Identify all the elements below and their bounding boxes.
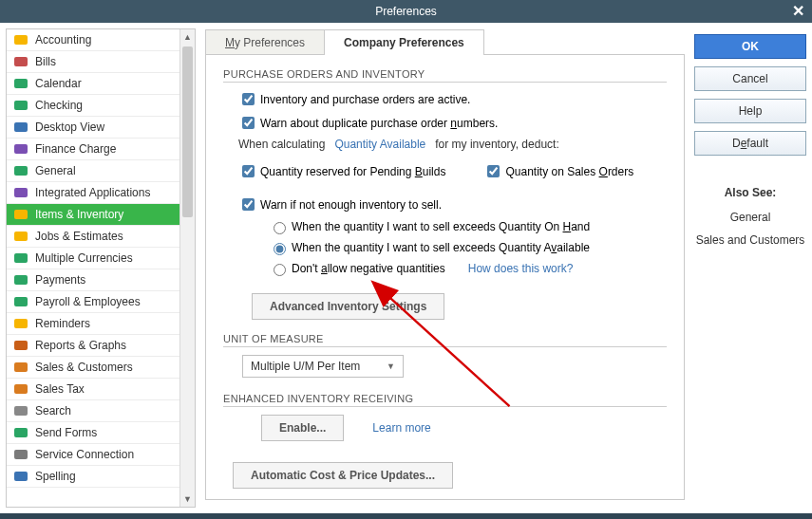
svg-rect-7 <box>14 188 28 197</box>
category-icon <box>12 381 29 397</box>
close-icon[interactable]: ✕ <box>792 0 804 23</box>
tab-my-preferences-key: M <box>225 36 235 49</box>
quantity-available-link[interactable]: Quantity Available <box>334 138 425 151</box>
sidebar-item[interactable]: Payments <box>7 269 195 291</box>
sidebar-item[interactable]: Desktop View <box>7 117 195 139</box>
category-icon <box>12 360 29 375</box>
svg-rect-3 <box>14 101 28 110</box>
uom-select[interactable]: Multiple U/M Per Item ▼ <box>242 355 404 378</box>
sidebar-scrollbar[interactable]: ▲ ▼ <box>179 29 195 507</box>
tabs: My Preferences Company Preferences <box>205 28 685 55</box>
qoh-u: H <box>563 220 572 233</box>
sidebar-item-label: Service Connection <box>35 448 134 461</box>
scroll-up-icon[interactable]: ▲ <box>180 29 195 45</box>
sidebar-item[interactable]: General <box>7 160 195 182</box>
sidebar-item[interactable]: Checking <box>7 95 195 117</box>
company-preferences-panel: PURCHASE ORDERS AND INVENTORY Inventory … <box>205 54 685 500</box>
default-button[interactable]: Default <box>694 131 806 156</box>
category-icon <box>12 250 29 266</box>
sidebar-item[interactable]: Reports & Graphs <box>7 335 195 357</box>
sidebar-item[interactable]: Jobs & Estimates <box>7 226 195 248</box>
right-button-panel: OK Cancel Help Default Also See: General… <box>694 28 806 508</box>
sidebar-item[interactable]: Sales & Customers <box>7 357 195 379</box>
checkbox-qty-pending-builds[interactable] <box>242 165 255 177</box>
radio-exceeds-qoh[interactable] <box>274 222 286 234</box>
sidebar-item-label: Payroll & Employees <box>35 295 141 308</box>
svg-rect-16 <box>14 384 28 394</box>
radio-no-negative[interactable] <box>274 264 286 276</box>
how-does-this-work-link[interactable]: How does this work? <box>468 262 574 275</box>
dup-po-post: umbers. <box>457 117 498 130</box>
category-icon <box>12 141 29 157</box>
sidebar-item[interactable]: Bills <box>7 51 195 73</box>
sidebar-item[interactable]: Sales Tax <box>7 379 195 400</box>
sidebar-item[interactable]: Accounting <box>7 29 195 51</box>
radio-exceeds-qoh-label: When the quantity I want to sell exceeds… <box>292 220 590 233</box>
chevron-down-icon: ▼ <box>387 361 395 371</box>
svg-rect-9 <box>14 232 28 241</box>
sidebar-item[interactable]: Service Connection <box>7 444 195 466</box>
window-bottom-edge <box>0 513 812 519</box>
category-icon <box>12 185 29 200</box>
enable-eir-button[interactable]: Enable... <box>261 415 344 441</box>
advanced-inventory-settings-button[interactable]: Advanced Inventory Settings <box>252 293 444 320</box>
sidebar-item[interactable]: Search <box>7 400 195 422</box>
tab-company-preferences[interactable]: Company Preferences <box>324 29 484 55</box>
qa-pre: When the quantity I want to sell exceeds… <box>292 241 551 254</box>
also-see-sales-customers[interactable]: Sales and Customers <box>694 233 806 247</box>
radio-exceeds-qa[interactable] <box>274 243 286 255</box>
checkbox-duplicate-po-warn[interactable] <box>242 117 255 129</box>
qo-u: O <box>599 165 608 178</box>
svg-rect-15 <box>14 362 28 372</box>
checkbox-inventory-active-label: Inventory and purchase orders are active… <box>260 93 470 106</box>
sidebar-item-label: Items & Inventory <box>35 208 123 221</box>
svg-rect-0 <box>14 35 28 45</box>
checkbox-warn-not-enough[interactable] <box>242 198 255 211</box>
category-icon <box>12 425 29 440</box>
also-see-general[interactable]: General <box>694 211 806 224</box>
default-u: e <box>741 137 747 150</box>
checkbox-qty-sales-orders[interactable] <box>487 165 500 177</box>
sidebar-item[interactable]: Send Forms <box>7 422 195 444</box>
tab-my-preferences[interactable]: My Preferences <box>205 29 325 55</box>
auto-cost-price-updates-button[interactable]: Automatic Cost & Price Updates... <box>233 462 453 489</box>
sidebar-item[interactable]: Integrated Applications <box>7 182 195 204</box>
qoh-pre: When the quantity I want to sell exceeds… <box>292 220 563 233</box>
svg-rect-1 <box>14 57 28 66</box>
qoh-post: and <box>571 220 590 233</box>
section-eir-title: ENHANCED INVENTORY RECEIVING <box>223 393 667 407</box>
category-icon <box>12 32 29 47</box>
sidebar-item[interactable]: Calendar <box>7 73 195 95</box>
sidebar-item[interactable]: Payroll & Employees <box>7 291 195 313</box>
checkbox-warn-not-enough-label: Warn if not enough inventory to sell. <box>260 198 442 212</box>
neg-pre: Don't <box>292 262 321 275</box>
help-button[interactable]: Help <box>694 99 806 123</box>
qb-u: B <box>415 165 423 178</box>
category-icon <box>12 207 29 222</box>
sidebar-item-label: Reports & Graphs <box>35 339 126 352</box>
sidebar-item[interactable]: Reminders <box>7 313 195 335</box>
checkbox-duplicate-po-label: Warn about duplicate purchase order numb… <box>260 117 498 130</box>
category-icon <box>12 120 29 135</box>
sidebar-item-label: Accounting <box>35 33 91 46</box>
sidebar-item-label: Bills <box>35 55 56 68</box>
scroll-down-icon[interactable]: ▼ <box>180 491 195 507</box>
category-icon <box>12 76 29 91</box>
checkbox-inventory-active[interactable] <box>242 93 255 105</box>
ok-button[interactable]: OK <box>694 34 806 59</box>
sidebar-item-label: Checking <box>35 99 83 112</box>
radio-no-negative-label: Don't allow negative quantities <box>292 262 445 275</box>
sidebar-item-label: Payments <box>35 273 85 287</box>
sidebar-item-label: Multiple Currencies <box>35 251 133 265</box>
window-title: Preferences <box>375 5 437 18</box>
sidebar-item[interactable]: Multiple Currencies <box>7 248 195 269</box>
learn-more-link[interactable]: Learn more <box>372 421 430 435</box>
scrollbar-thumb[interactable] <box>182 46 193 217</box>
svg-rect-5 <box>14 144 28 154</box>
title-bar: Preferences ✕ <box>0 0 812 23</box>
cancel-button[interactable]: Cancel <box>694 66 806 91</box>
dup-po-pre: Warn about duplicate purchase order <box>260 117 450 130</box>
sidebar-item[interactable]: Spelling <box>7 466 195 488</box>
sidebar-item[interactable]: Items & Inventory <box>7 204 195 226</box>
sidebar-item[interactable]: Finance Charge <box>7 139 195 160</box>
